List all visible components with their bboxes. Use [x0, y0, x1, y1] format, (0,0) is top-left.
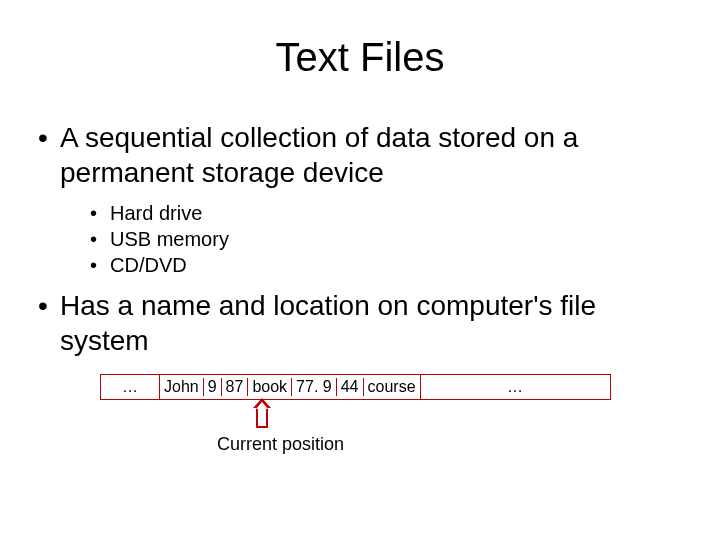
bullet-1: A sequential collection of data stored o… [30, 120, 690, 190]
record-cell-6: course [364, 378, 420, 396]
sub-bullet-3: CD/DVD [90, 252, 690, 278]
record-cell-5: 44 [337, 378, 364, 396]
bullet-2: Has a name and location on computer's fi… [30, 288, 690, 358]
record-cell-4: 77. 9 [292, 378, 337, 396]
record-cell-2: 87 [222, 378, 249, 396]
sub-bullet-1: Hard drive [90, 200, 690, 226]
record-diagram: … John 9 87 book 77. 9 44 course … Curre… [100, 374, 690, 455]
pointer-block: Current position [252, 406, 690, 455]
record-cells: John 9 87 book 77. 9 44 course [160, 374, 421, 400]
record-left-ellipsis: … [100, 374, 160, 400]
sub-bullet-list: Hard drive USB memory CD/DVD [30, 200, 690, 278]
slide-title: Text Files [30, 35, 690, 80]
record-cell-3: book [248, 378, 292, 396]
pointer-caption: Current position [217, 434, 690, 455]
record-cell-1: 9 [204, 378, 222, 396]
sub-bullet-2: USB memory [90, 226, 690, 252]
record-cell-0: John [160, 378, 204, 396]
record-row: … John 9 87 book 77. 9 44 course … [100, 374, 690, 400]
up-arrow-icon [256, 406, 268, 428]
bullet-list: A sequential collection of data stored o… [30, 120, 690, 190]
bullet-list-2: Has a name and location on computer's fi… [30, 288, 690, 358]
record-right-ellipsis: … [421, 374, 611, 400]
